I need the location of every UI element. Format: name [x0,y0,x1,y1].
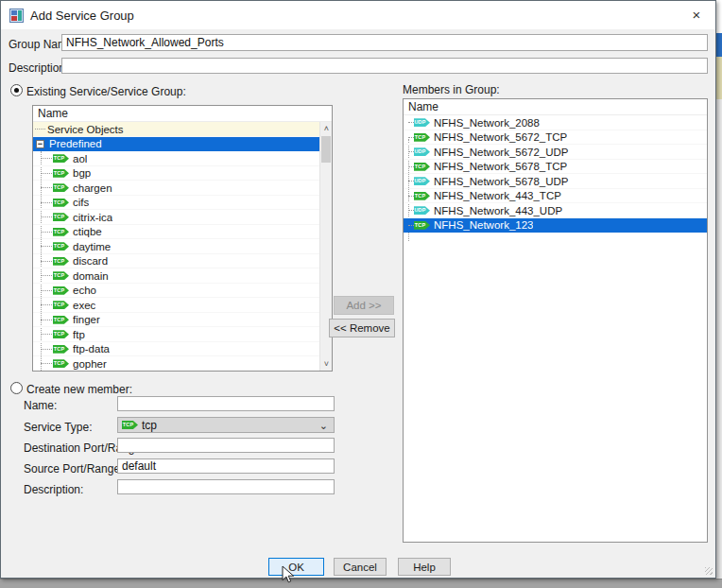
tcp-icon: TCP [53,228,69,236]
tree-item[interactable]: TCP finger [33,313,319,328]
tree-connector [35,129,45,130]
new-description-label: Description: [24,483,83,496]
member-list-item[interactable]: UDP NFHS_Network_5672_UDP [404,145,707,160]
new-name-input[interactable] [117,396,335,411]
members-list[interactable]: Name UDP NFHS_Network_2088 TCP NFHS_Netw… [403,98,708,543]
member-item-label: NFHS_Network_5672_UDP [434,147,569,158]
udp-icon: UDP [414,177,430,185]
tree-connector [41,275,52,276]
tree-item[interactable]: TCP ftp-data [33,342,319,357]
add-button[interactable]: Add >> [334,296,394,315]
remove-button[interactable]: << Remove [329,319,395,337]
tcp-icon: TCP [414,192,430,200]
tree-item-predefined[interactable]: − Predefined [33,137,319,152]
udp-icon: UDP [414,118,430,127]
member-list-item[interactable]: TCP NFHS_Network_123 [404,218,707,233]
scroll-down-icon[interactable]: ˅ [320,357,333,371]
group-name-input[interactable] [61,34,708,51]
member-list-item[interactable]: UDP NFHS_Network_443_UDP [404,203,707,218]
resize-grip[interactable] [705,567,713,575]
service-tree-list[interactable]: Name Service Objects − Predefined TCP ao… [32,105,333,372]
help-button[interactable]: Help [398,558,451,576]
member-item-label: NFHS_Network_5672_TCP [434,131,567,143]
dialog-title: Add Service Group [30,9,134,23]
cancel-button[interactable]: Cancel [334,558,387,576]
tree-item[interactable]: TCP exec [33,298,319,313]
tcp-icon: TCP [53,199,69,207]
title-bar[interactable]: Add Service Group × [1,1,715,29]
close-icon[interactable]: × [678,1,715,28]
tree-item-label: exec [73,300,95,311]
tree-connector [41,320,52,320]
tree-item-label: Predefined [49,138,102,149]
tree-connector [408,137,414,138]
create-new-member-radio-label: Create new member: [26,383,132,396]
app-icon [9,9,24,23]
service-type-label: Service Type: [24,421,92,434]
service-type-dropdown[interactable]: TCP tcp ⌄ [117,417,335,433]
create-new-member-radio[interactable] [10,382,23,394]
source-port-input[interactable] [117,458,335,474]
tree-connector [41,261,52,262]
tree-item[interactable]: TCP citrix-ica [33,210,319,225]
background-block [716,33,722,57]
member-list-item[interactable]: UDP NFHS_Network_5678_UDP [404,174,707,189]
tcp-icon: TCP [53,345,69,354]
tree-item[interactable]: TCP gopher [33,356,319,372]
member-list-item[interactable]: TCP NFHS_Network_443_TCP [404,189,707,204]
tree-item-service-objects[interactable]: Service Objects [33,122,319,137]
tree-item-label: ctiqbe [73,226,102,237]
tree-connector [41,202,52,203]
tree-item[interactable]: TCP daytime [33,239,319,254]
tree-item[interactable]: TCP chargen [33,181,319,196]
new-description-input[interactable] [117,479,335,494]
tcp-icon: TCP [53,169,69,178]
tree-connector [41,158,52,159]
tree-connector [41,187,52,188]
tree-item[interactable]: TCP bgp [33,166,319,182]
existing-service-radio[interactable] [10,84,23,96]
tcp-icon: TCP [53,213,69,221]
tree-item-label: ftp [73,329,85,340]
chevron-down-icon: ⌄ [319,421,328,430]
tree-connector [41,363,52,364]
tree-item[interactable]: TCP ctiqbe [33,225,319,240]
tree-item-label: chargen [73,182,112,194]
tree-item-label: finger [73,314,100,325]
tcp-icon: TCP [414,163,430,171]
tcp-icon: TCP [414,133,430,142]
background-block [716,0,722,33]
tree-item[interactable]: TCP aol [33,151,319,166]
tcp-icon: TCP [53,271,69,280]
ok-button[interactable]: OK [268,558,324,576]
destination-port-input[interactable] [117,438,335,453]
tree-item-label: discard [73,255,108,267]
tcp-icon: TCP [53,330,69,338]
existing-service-radio-label: Existing Service/Service Group: [26,85,186,98]
tcp-icon: TCP [53,316,69,324]
description-input[interactable] [61,58,708,74]
tree-item[interactable]: TCP cifs [33,196,319,211]
tree-item[interactable]: TCP ftp [33,327,319,342]
member-list-item[interactable]: TCP NFHS_Network_5678_TCP [404,160,707,175]
tree-item-label: bgp [73,167,91,179]
tree-item[interactable]: TCP domain [33,268,319,284]
tcp-icon: TCP [122,421,138,429]
scrollbar-thumb[interactable] [321,136,331,163]
new-name-label: Name: [24,399,57,412]
tree-item[interactable]: TCP discard [33,254,319,269]
tree-connector [408,166,414,167]
tree-connector [41,290,52,291]
background-app-strip [716,0,722,588]
member-list-item[interactable]: TCP NFHS_Network_5672_TCP [404,130,707,146]
tree-connector [408,181,414,182]
tree-connector [41,334,52,335]
member-item-label: NFHS_Network_443_TCP [434,190,561,201]
member-item-label: NFHS_Network_5678_TCP [434,161,567,172]
service-type-value: tcp [142,419,157,432]
tree-item[interactable]: TCP echo [33,284,319,299]
collapse-icon[interactable]: − [36,140,44,148]
scroll-up-icon[interactable]: ˄ [320,122,333,135]
tree-connector [408,196,414,197]
member-list-item[interactable]: UDP NFHS_Network_2088 [404,115,707,130]
